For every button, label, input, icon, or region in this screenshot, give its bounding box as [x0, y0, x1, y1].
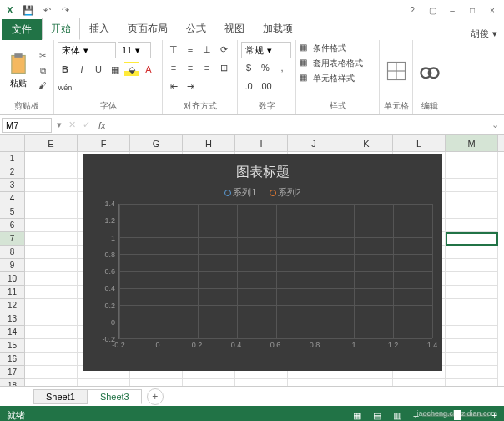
column-header[interactable]: F — [78, 135, 130, 151]
row-header[interactable]: 9 — [0, 259, 25, 272]
minimize-button[interactable]: – — [444, 3, 461, 17]
help-button[interactable]: ? — [404, 3, 421, 17]
add-sheet-button[interactable]: + — [147, 388, 164, 405]
cell[interactable] — [78, 379, 130, 386]
cell[interactable] — [25, 299, 78, 312]
cell[interactable] — [25, 379, 78, 386]
font-name-combo[interactable]: 宋体▾ — [58, 42, 116, 58]
cell[interactable] — [446, 286, 498, 299]
row-header[interactable]: 4 — [0, 192, 25, 205]
redo-icon[interactable]: ↷ — [58, 3, 72, 17]
row-header[interactable]: 11 — [0, 286, 25, 299]
cell[interactable] — [288, 379, 340, 386]
user-account[interactable]: 胡俊 ▾ — [464, 28, 504, 40]
chart-legend[interactable]: 系列1 系列2 — [93, 185, 432, 200]
phonetic-button[interactable]: wén — [58, 80, 73, 95]
cell[interactable] — [25, 246, 78, 259]
close-button[interactable]: × — [484, 3, 501, 17]
cell[interactable] — [393, 379, 446, 386]
orientation-button[interactable]: ⟳ — [216, 42, 231, 57]
cell[interactable] — [446, 232, 498, 246]
copy-icon[interactable]: ⧉ — [35, 64, 50, 78]
column-header[interactable]: G — [130, 135, 183, 151]
ribbon-display-button[interactable]: ▢ — [424, 3, 441, 17]
cell[interactable] — [446, 219, 498, 232]
cell-styles-button[interactable]: ▦单元格样式 — [300, 72, 375, 85]
italic-button[interactable]: I — [74, 62, 89, 77]
cell[interactable] — [446, 246, 498, 259]
cell[interactable] — [25, 205, 78, 219]
font-color-button[interactable]: A — [141, 62, 156, 77]
column-header[interactable]: H — [183, 135, 235, 151]
underline-button[interactable]: U — [91, 62, 106, 77]
cell[interactable] — [340, 379, 393, 386]
chart-plot-area[interactable]: -0.200.20.40.60.811.21.4 -0.200.20.40.60… — [118, 204, 432, 354]
cell[interactable] — [25, 259, 78, 272]
cell[interactable] — [446, 259, 498, 272]
row-header[interactable]: 1 — [0, 152, 25, 165]
currency-button[interactable]: $ — [241, 60, 256, 75]
merge-button[interactable]: ⊞ — [216, 60, 231, 75]
cells-button[interactable] — [383, 42, 409, 99]
cell[interactable] — [25, 353, 78, 366]
border-button[interactable]: ▦ — [108, 62, 123, 77]
zoom-in-button[interactable]: + — [492, 410, 497, 420]
row-header[interactable]: 17 — [0, 366, 25, 379]
align-right-button[interactable]: ≡ — [199, 60, 214, 75]
fx-icon[interactable]: fx — [93, 120, 111, 130]
format-painter-icon[interactable]: 🖌 — [35, 79, 50, 93]
cell[interactable] — [25, 179, 78, 192]
row-header[interactable]: 12 — [0, 299, 25, 312]
column-header[interactable]: L — [393, 135, 446, 151]
zoom-slider[interactable] — [422, 413, 489, 417]
fill-color-button[interactable]: ⬙ — [124, 62, 139, 77]
comma-button[interactable]: , — [275, 60, 290, 75]
cell[interactable] — [446, 299, 498, 312]
cell[interactable] — [446, 353, 498, 366]
page-layout-view-button[interactable]: ▤ — [368, 408, 386, 421]
row-header[interactable]: 10 — [0, 272, 25, 286]
column-header[interactable]: I — [235, 135, 288, 151]
cell[interactable] — [235, 379, 288, 386]
align-left-button[interactable]: ≡ — [166, 60, 181, 75]
font-size-combo[interactable]: 11▾ — [118, 42, 151, 58]
row-header[interactable]: 8 — [0, 246, 25, 259]
cell[interactable] — [446, 312, 498, 326]
cell[interactable] — [25, 366, 78, 379]
cell[interactable] — [446, 326, 498, 339]
cancel-icon[interactable]: ✕ — [65, 119, 79, 130]
increase-decimal-button[interactable]: .0 — [241, 79, 256, 94]
align-top-button[interactable]: ⊤ — [166, 42, 181, 57]
column-header[interactable]: J — [288, 135, 340, 151]
decrease-indent-button[interactable]: ⇤ — [166, 79, 181, 94]
dropdown-icon[interactable]: ▾ — [53, 119, 65, 130]
cell[interactable] — [25, 286, 78, 299]
cell[interactable] — [446, 366, 498, 379]
number-format-combo[interactable]: 常规▾ — [241, 42, 291, 58]
cell[interactable] — [446, 152, 498, 165]
row-header[interactable]: 6 — [0, 219, 25, 232]
formula-input[interactable] — [111, 119, 486, 132]
tab-page-layout[interactable]: 页面布局 — [118, 18, 177, 40]
cell[interactable] — [446, 192, 498, 205]
enter-icon[interactable]: ✓ — [79, 119, 93, 130]
cell[interactable] — [25, 272, 78, 286]
select-all-corner[interactable] — [0, 135, 25, 151]
paste-button[interactable]: 粘贴 — [3, 42, 33, 99]
percent-button[interactable]: % — [258, 60, 273, 75]
column-header[interactable]: M — [446, 135, 498, 151]
row-header[interactable]: 2 — [0, 165, 25, 179]
cell[interactable] — [25, 312, 78, 326]
cell[interactable] — [446, 205, 498, 219]
zoom-out-button[interactable]: – — [413, 410, 418, 420]
cell[interactable] — [25, 165, 78, 179]
conditional-format-button[interactable]: ▦条件格式 — [300, 42, 375, 55]
column-header[interactable]: E — [25, 135, 78, 151]
cell[interactable] — [130, 379, 183, 386]
align-center-button[interactable]: ≡ — [183, 60, 198, 75]
row-header[interactable]: 15 — [0, 339, 25, 353]
row-header[interactable]: 5 — [0, 205, 25, 219]
row-header[interactable]: 16 — [0, 353, 25, 366]
save-icon[interactable]: 💾 — [22, 3, 35, 17]
column-header[interactable]: K — [340, 135, 393, 151]
